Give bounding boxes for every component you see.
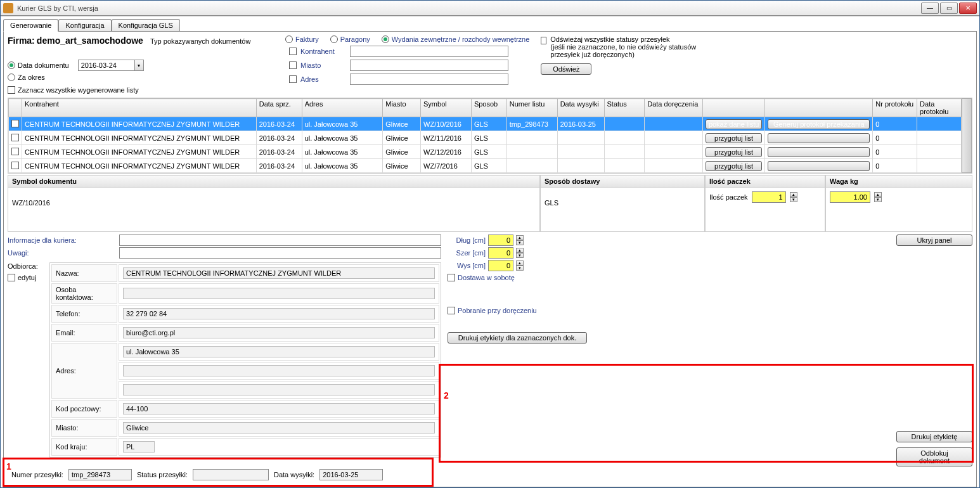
info-kurier-input[interactable] [119,234,441,246]
nazwa-input[interactable] [123,267,435,279]
pokaz-dane-listu-button[interactable]: pokaż dane listu [706,119,763,129]
grid-cell[interactable] [9,117,22,131]
grid-cell[interactable]: przygotuj list [702,159,765,173]
date-dropdown-icon[interactable]: ▾ [135,60,144,71]
filter-adres-input[interactable] [350,74,508,85]
grid-header[interactable]: Kontrahent [22,99,257,117]
checkbox-zaznacz-wszystkie[interactable]: Zaznacz wszystkie wygenerowane listy [8,86,274,94]
grid-cell[interactable] [9,159,22,173]
kraj-input[interactable] [123,441,155,453]
szer-spinner[interactable]: ▴▾ [516,248,524,258]
row-checkbox[interactable] [11,120,19,127]
grid-cell[interactable]: przygotuj list [702,145,765,159]
data-dokumentu-input[interactable] [78,60,135,71]
miasto-input[interactable] [123,422,435,433]
table-row[interactable]: CENTRUM TECHNOLOGII INFORMATYCZNEJ ZYGMU… [9,159,962,173]
tab-generowanie[interactable]: Generowanie [3,19,58,32]
grid-header[interactable]: Status [604,99,645,117]
email-input[interactable] [123,327,435,338]
filter-kontrahent-input[interactable] [350,46,508,57]
checkbox-filter-miasto[interactable] [289,61,297,69]
radio-wydania[interactable]: Wydania zewnętrzne / rozchody wewnętrzne [382,35,530,43]
przygotuj-list-button[interactable]: przygotuj list [706,133,763,143]
ukryj-panel-button[interactable]: Ukryj panel [896,234,972,246]
table-row[interactable]: CENTRUM TECHNOLOGII INFORMATYCZNEJ ZYGMU… [9,117,962,131]
grid-header[interactable]: Data doręczenia [645,99,703,117]
tab-konfiguracja-gls[interactable]: Konfiguracja GLS [112,19,180,32]
grid-header[interactable] [702,99,765,117]
ilosc-paczek-input[interactable] [752,191,786,203]
grid-header[interactable]: Miasto [383,99,421,117]
radio-faktury[interactable]: Faktury [285,35,319,43]
grid-header[interactable]: Numer listu [506,99,557,117]
telefon-input[interactable] [123,308,435,319]
grid-cell[interactable] [765,131,873,145]
minimize-button[interactable]: — [921,3,939,14]
checkbox-refresh-all[interactable] [541,37,546,44]
row-checkbox[interactable] [11,134,19,141]
empty-button[interactable] [768,161,870,171]
przygotuj-list-button[interactable]: przygotuj list [706,147,763,157]
adres-input-1[interactable] [123,346,435,357]
grid-scrollbar[interactable] [962,98,972,173]
footer-status-input[interactable] [193,469,269,480]
grid-cell[interactable]: przygotuj list [702,131,765,145]
waga-spinner[interactable]: ▴▾ [874,192,882,202]
grid-cell[interactable] [765,145,873,159]
checkbox-filter-kontrahent[interactable] [289,48,297,55]
checkbox-edytuj[interactable]: edytuj [8,274,46,281]
generuj-protokol-button[interactable]: Generuj protokół przekazania [768,119,870,129]
drukuj-etykiety-zazn-button[interactable]: Drukuj etykiety dla zaznaczonych dok. [448,332,587,344]
szer-input[interactable] [488,247,513,259]
grid-header[interactable] [765,99,873,117]
wys-input[interactable] [488,260,513,271]
documents-grid[interactable]: KontrahentData sprz.AdresMiastoSymbolSpo… [8,98,962,173]
row-checkbox[interactable] [11,162,19,169]
dlug-spinner[interactable]: ▴▾ [516,235,524,245]
grid-header[interactable]: Nr protokołu [873,99,917,117]
drukuj-etykiete-button[interactable]: Drukuj etykietę [896,431,972,442]
uwagi-input[interactable] [119,247,441,259]
nazwa-label: Nazwa: [51,264,117,282]
table-row[interactable]: CENTRUM TECHNOLOGII INFORMATYCZNEJ ZYGMU… [9,131,962,145]
close-button[interactable]: ✕ [959,3,977,14]
footer-data-input[interactable] [319,469,383,480]
footer-numer-input[interactable] [68,469,132,480]
kod-input[interactable] [123,403,435,414]
waga-input[interactable] [830,191,870,203]
checkbox-pobranie[interactable]: Pobranie przy doręczeniu [448,307,537,314]
radio-data-dokumentu[interactable]: Data dokumentu ▾ [8,60,274,71]
ilosc-spinner[interactable]: ▴▾ [790,192,797,202]
table-row[interactable]: CENTRUM TECHNOLOGII INFORMATYCZNEJ ZYGMU… [9,145,962,159]
grid-header[interactable]: Symbol [421,99,472,117]
checkbox-filter-adres[interactable] [289,75,297,83]
adres-input-3[interactable] [123,384,435,395]
empty-button[interactable] [768,133,870,143]
grid-header[interactable]: Data sprz. [256,99,302,117]
grid-header[interactable]: Data protokołu [917,99,962,117]
radio-za-okres[interactable]: Za okres [8,74,274,81]
checkbox-sobota[interactable]: Dostawa w sobotę [448,274,537,281]
maximize-button[interactable]: ▭ [940,3,958,14]
tab-konfiguracja[interactable]: Konfiguracja [58,19,111,32]
odswiez-button[interactable]: Odśwież [541,63,591,75]
grid-cell[interactable] [9,131,22,145]
osoba-input[interactable] [123,288,435,299]
row-checkbox[interactable] [11,148,19,155]
radio-paragony[interactable]: Paragony [330,35,370,43]
empty-button[interactable] [768,147,870,157]
odblokuj-dokument-button[interactable]: Odblokuj dokument [896,447,972,466]
grid-header[interactable]: Adres [302,99,383,117]
przygotuj-list-button[interactable]: przygotuj list [706,161,763,171]
grid-header[interactable] [9,99,22,117]
grid-header[interactable]: Sposob [471,99,506,117]
filter-miasto-input[interactable] [350,60,508,71]
dlug-input[interactable] [488,234,513,246]
grid-header[interactable]: Data wysyłki [557,99,604,117]
wys-spinner[interactable]: ▴▾ [516,260,524,271]
grid-cell[interactable]: Generuj protokół przekazania [765,117,873,131]
adres-input-2[interactable] [123,365,435,376]
grid-cell[interactable] [765,159,873,173]
grid-cell[interactable]: pokaż dane listu [702,117,765,131]
grid-cell[interactable] [9,145,22,159]
